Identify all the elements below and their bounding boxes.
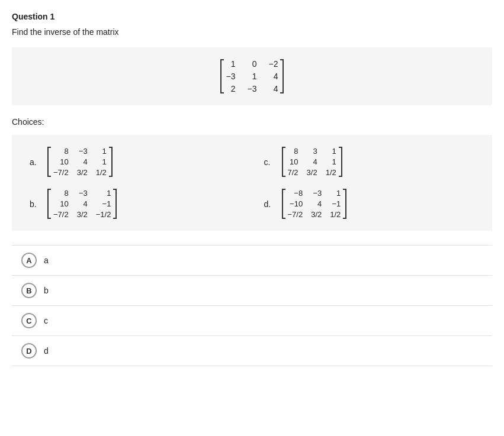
choice-d-matrix: −8 −3 1 −10 4 −1 −7/2 3/2 1/2 [282, 189, 347, 219]
answer-row-a[interactable]: A a [12, 245, 492, 275]
qm-r3c1: 2 [226, 84, 236, 93]
answer-label-c: c [44, 316, 48, 325]
choice-a-matrix: 8 −3 1 10 4 1 −7/2 3/2 1/2 [47, 147, 113, 177]
choice-b-cells: 8 −3 1 10 4 −1 −7/2 3/2 −1/2 [53, 189, 111, 219]
choice-c-letter: c. [264, 157, 276, 167]
badge-a: A [21, 253, 37, 268]
choices-area: a. 8 −3 1 10 4 1 −7/2 3/2 1/2 c. 8 3 [12, 135, 492, 231]
badge-d: D [21, 343, 37, 359]
choice-d-cells: −8 −3 1 −10 4 −1 −7/2 3/2 1/2 [288, 189, 341, 219]
choice-a: a. 8 −3 1 10 4 1 −7/2 3/2 1/2 [30, 147, 240, 177]
qm-r3c2: −3 [248, 84, 257, 93]
question-matrix: 1 0 −2 −3 1 4 2 −3 4 [220, 59, 284, 93]
choice-b-matrix: 8 −3 1 10 4 −1 −7/2 3/2 −1/2 [47, 189, 117, 219]
question-text: Find the inverse of the matrix [12, 27, 492, 37]
qm-r2c3: 4 [268, 72, 278, 81]
badge-b: B [21, 283, 37, 298]
answer-label-d: d [44, 346, 49, 356]
matrix-display-area: 1 0 −2 −3 1 4 2 −3 4 [12, 47, 492, 105]
qm-r1c3: −2 [268, 59, 278, 69]
qm-r1c2: 0 [248, 59, 257, 69]
answer-label-a: a [44, 256, 49, 265]
choice-d-letter: d. [264, 199, 276, 209]
qm-r2c1: −3 [226, 72, 236, 81]
answer-label-b: b [44, 286, 49, 295]
choice-d: d. −8 −3 1 −10 4 −1 −7/2 3/2 1/2 [264, 189, 475, 219]
answer-row-d[interactable]: D d [12, 335, 492, 366]
choice-a-cells: 8 −3 1 10 4 1 −7/2 3/2 1/2 [53, 147, 107, 177]
badge-c: C [21, 313, 37, 328]
question-matrix-cells: 1 0 −2 −3 1 4 2 −3 4 [226, 59, 278, 93]
choice-c-cells: 8 3 1 10 4 1 7/2 3/2 1/2 [288, 147, 336, 177]
qm-r1c1: 1 [226, 59, 236, 69]
choice-c: c. 8 3 1 10 4 1 7/2 3/2 1/2 [264, 147, 475, 177]
answer-row-b[interactable]: B b [12, 275, 492, 305]
choice-c-matrix: 8 3 1 10 4 1 7/2 3/2 1/2 [282, 147, 342, 177]
qm-r2c2: 1 [248, 72, 257, 81]
qm-r3c3: 4 [268, 84, 278, 93]
choice-b: b. 8 −3 1 10 4 −1 −7/2 3/2 −1/2 [30, 189, 240, 219]
question-label: Question 1 [12, 12, 492, 21]
choices-label: Choices: [12, 117, 492, 127]
choice-b-letter: b. [30, 199, 41, 209]
answer-options: A a B b C c D d [12, 245, 492, 366]
answer-row-c[interactable]: C c [12, 305, 492, 335]
choice-a-letter: a. [30, 157, 41, 167]
